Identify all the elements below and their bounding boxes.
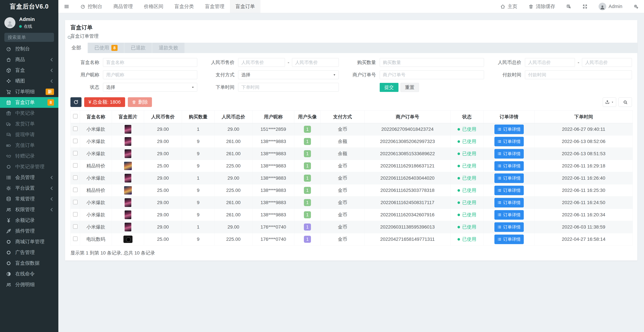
gauge-icon bbox=[6, 46, 11, 52]
order-detail-button[interactable]: 订单详情 bbox=[494, 125, 524, 134]
row-checkbox[interactable] bbox=[73, 139, 78, 143]
sidebar-item-12[interactable]: 会员管理 bbox=[0, 172, 58, 183]
clear-cache-button[interactable]: 清除缓存 bbox=[523, 0, 561, 13]
table-search-button[interactable] bbox=[618, 97, 632, 107]
delete-button[interactable]: 删除 bbox=[128, 97, 152, 107]
sidebar-item-label: 中奖记录 bbox=[15, 110, 35, 117]
row-checkbox[interactable] bbox=[73, 212, 78, 216]
fullscreen-button[interactable] bbox=[577, 0, 593, 13]
order-detail-button[interactable]: 订单详情 bbox=[494, 210, 524, 220]
cell-checkbox bbox=[70, 172, 80, 184]
submit-button[interactable]: 提交 bbox=[380, 83, 398, 92]
sidebar-item-label: 盲盒 bbox=[15, 67, 25, 74]
row-checkbox[interactable] bbox=[73, 151, 78, 155]
nickname-input[interactable] bbox=[103, 70, 197, 79]
export-button[interactable] bbox=[603, 97, 616, 107]
order-detail-button[interactable]: 订单详情 bbox=[494, 198, 524, 207]
quantity-input[interactable] bbox=[380, 58, 484, 67]
user-avatar-chip: 1 bbox=[304, 187, 311, 194]
sidebar-item-17[interactable]: 插件管理 bbox=[0, 226, 58, 236]
sidebar-item-14[interactable]: 常规管理 bbox=[0, 193, 58, 204]
refresh-button[interactable] bbox=[70, 97, 82, 107]
cell-order-detail: 订单详情 bbox=[484, 123, 535, 136]
reset-button[interactable]: 重置 bbox=[400, 83, 419, 92]
sidebar-item-8[interactable]: 提现申请 bbox=[0, 129, 58, 140]
row-checkbox[interactable] bbox=[73, 163, 78, 167]
sidebar-item-5[interactable]: 盲盒订单8 bbox=[0, 97, 58, 108]
order-detail-button[interactable]: 订单详情 bbox=[494, 235, 524, 244]
cell-order-time: 2022-06-11 16:25:30 bbox=[535, 184, 633, 196]
cell-box-image bbox=[112, 172, 144, 184]
cell-checkbox bbox=[70, 221, 80, 233]
row-checkbox[interactable] bbox=[73, 188, 78, 192]
topnav-item-4[interactable]: 盲盒管理 bbox=[200, 0, 230, 13]
sidebar-item-3[interactable]: 晒图 bbox=[0, 76, 58, 86]
sidebar-item-15[interactable]: 权限管理 bbox=[0, 204, 58, 215]
order-detail-button[interactable]: 订单详情 bbox=[494, 149, 524, 159]
total-price-min-input[interactable] bbox=[525, 58, 575, 67]
row-checkbox[interactable] bbox=[73, 224, 78, 229]
sidebar-item-10[interactable]: 转赠记录 bbox=[0, 151, 58, 162]
sidebar-item-20[interactable]: 盲盒假数据 bbox=[0, 258, 58, 269]
sidebar-item-4[interactable]: 订单明细新 bbox=[0, 86, 58, 97]
sidebar-item-13[interactable]: 平台设置 bbox=[0, 183, 58, 193]
total-price-max-input[interactable] bbox=[582, 58, 632, 67]
cell-box-name: 小米爆款 bbox=[80, 136, 112, 148]
order-time-input[interactable] bbox=[238, 83, 339, 92]
order-detail-button[interactable]: 订单详情 bbox=[494, 186, 524, 195]
sidebar-item-9[interactable]: 充值订单 bbox=[0, 140, 58, 151]
total-amount-button[interactable]: ¥ 总金额: 1806 bbox=[84, 97, 125, 107]
select-all-checkbox[interactable] bbox=[73, 114, 78, 118]
status-badge: 已使用 bbox=[458, 224, 476, 230]
sidebar-item-11[interactable]: 中奖记录管理 bbox=[0, 162, 58, 172]
row-checkbox[interactable] bbox=[73, 127, 78, 131]
cell-user-avatar: 1 bbox=[294, 123, 321, 136]
pay-method-select[interactable]: 选择 bbox=[238, 70, 339, 79]
row-checkbox[interactable] bbox=[73, 175, 78, 180]
home-button[interactable]: 主页 bbox=[495, 0, 523, 13]
order-detail-button[interactable]: 订单详情 bbox=[494, 222, 524, 232]
topnav-item-0[interactable]: 控制台 bbox=[75, 0, 108, 13]
tab-0[interactable]: 全部 bbox=[65, 43, 88, 53]
status-select[interactable]: 选择 bbox=[103, 83, 197, 92]
account-menu[interactable]: Admin bbox=[593, 0, 628, 13]
sidebar-item-1[interactable]: 商品 bbox=[0, 54, 58, 65]
user-name: Admin bbox=[19, 16, 35, 22]
row-checkbox[interactable] bbox=[73, 237, 78, 241]
search-icon[interactable] bbox=[67, 35, 72, 40]
language-button[interactable] bbox=[561, 0, 577, 13]
sidebar-item-2[interactable]: 盲盒 bbox=[0, 65, 58, 76]
sidebar-item-21[interactable]: 在线命令 bbox=[0, 269, 58, 279]
sidebar-search-input[interactable] bbox=[8, 35, 67, 40]
order-detail-button[interactable]: 订单详情 bbox=[494, 161, 524, 171]
sidebar-item-6[interactable]: 中奖记录 bbox=[0, 108, 58, 119]
order-detail-button[interactable]: 订单详情 bbox=[494, 137, 524, 146]
cell-order-time: 2022-06-13 08:51:53 bbox=[535, 148, 633, 160]
sidebar-item-22[interactable]: 分佣明细 bbox=[0, 279, 58, 290]
sidebar-item-18[interactable]: 商城订单管理 bbox=[0, 236, 58, 247]
tab-2[interactable]: 已退款 bbox=[124, 43, 152, 53]
filter-total-price: 人民币总价 - bbox=[492, 58, 632, 67]
sidebar-item-0[interactable]: 控制台 bbox=[0, 43, 58, 54]
order-detail-button[interactable]: 订单详情 bbox=[494, 173, 524, 183]
topnav-item-1[interactable]: 商品管理 bbox=[108, 0, 138, 13]
cell-price: 29.00 bbox=[144, 221, 182, 233]
merchant-no-input[interactable] bbox=[380, 70, 484, 79]
topnav-item-3[interactable]: 盲盒分类 bbox=[169, 0, 200, 13]
sidebar-item-label: 中奖记录管理 bbox=[15, 164, 44, 170]
menu-toggle-button[interactable] bbox=[58, 0, 75, 13]
box-name-input[interactable] bbox=[103, 58, 197, 67]
sidebar-item-16[interactable]: 余额记录 bbox=[0, 215, 58, 226]
tab-1[interactable]: 已使用8 bbox=[88, 43, 124, 53]
topnav-item-2[interactable]: 价格区间 bbox=[138, 0, 169, 13]
price-min-input[interactable] bbox=[238, 58, 285, 67]
pay-time-input[interactable] bbox=[525, 70, 632, 79]
price-max-input[interactable] bbox=[292, 58, 339, 67]
tab-3[interactable]: 退款失败 bbox=[152, 43, 184, 53]
sidebar-item-19[interactable]: 广告管理 bbox=[0, 247, 58, 258]
topnav-item-5[interactable]: 盲盒订单 bbox=[230, 0, 260, 13]
settings-button[interactable] bbox=[628, 0, 644, 13]
gears-icon bbox=[634, 4, 638, 9]
row-checkbox[interactable] bbox=[73, 200, 78, 204]
sidebar-item-7[interactable]: 发货订单 bbox=[0, 119, 58, 129]
